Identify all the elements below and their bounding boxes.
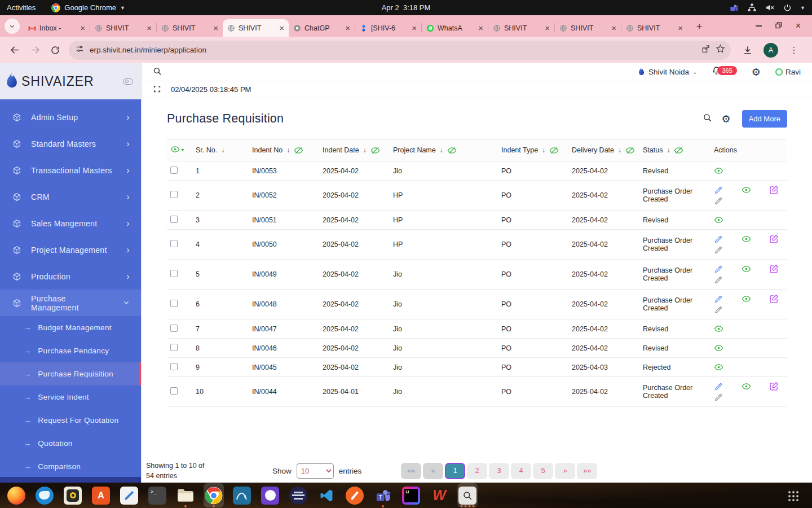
sidebar-item[interactable]: Sales Mangement › xyxy=(0,210,141,237)
notifications-button[interactable]: 365 xyxy=(712,66,736,78)
app-grid-button[interactable] xyxy=(778,483,806,508)
row-checkbox[interactable] xyxy=(170,191,178,198)
settings-gear-icon[interactable]: ⚙ xyxy=(752,67,761,77)
row-checkbox[interactable] xyxy=(170,167,178,174)
sidebar-subitem[interactable]: → Budget Management xyxy=(0,316,141,339)
dock-vscode[interactable] xyxy=(312,483,341,508)
browser-tab[interactable]: SHIVIT × xyxy=(488,19,554,37)
dock-rhythmbox[interactable] xyxy=(59,483,87,508)
eye-slash-icon[interactable] xyxy=(674,146,683,155)
close-window-icon[interactable]: × xyxy=(796,21,801,31)
focused-app-menu[interactable]: Google Chrome ▼ xyxy=(51,3,125,12)
row-checkbox[interactable] xyxy=(170,240,178,247)
sidebar-item[interactable]: Standard Masters › xyxy=(0,130,141,157)
view-eye-icon[interactable] xyxy=(742,294,752,304)
pagination-button[interactable]: » xyxy=(555,463,575,479)
view-eye-icon[interactable] xyxy=(714,362,724,372)
view-eye-icon[interactable] xyxy=(714,343,724,353)
revise-pencil-icon[interactable] xyxy=(714,393,724,402)
revise-pencil-icon[interactable] xyxy=(714,246,724,255)
forward-button[interactable] xyxy=(27,42,43,59)
tab-close-icon[interactable]: × xyxy=(213,24,218,32)
table-search-icon[interactable] xyxy=(703,113,712,125)
teams-icon[interactable] xyxy=(730,3,739,12)
browser-tab[interactable]: SHIVIT × xyxy=(555,19,621,37)
tab-close-icon[interactable]: × xyxy=(611,24,616,32)
browser-tab[interactable]: ChatGP × xyxy=(289,19,355,37)
row-checkbox[interactable] xyxy=(170,216,178,223)
edit-square-icon[interactable] xyxy=(769,185,779,195)
restore-icon[interactable] xyxy=(775,21,782,30)
system-tray[interactable]: ▼ xyxy=(730,3,805,12)
browser-tab[interactable]: [SHIV-6 × xyxy=(355,19,421,37)
profile-avatar[interactable]: A xyxy=(764,43,778,58)
dock-mysql-workbench[interactable] xyxy=(228,483,256,508)
network-icon[interactable] xyxy=(747,3,757,12)
sort-icon[interactable]: ↓ xyxy=(667,146,670,154)
row-checkbox[interactable] xyxy=(170,300,178,307)
back-button[interactable] xyxy=(6,42,23,59)
edit-pencil-icon[interactable] xyxy=(714,265,724,274)
sidebar-subitem[interactable]: → Comparison xyxy=(0,455,141,477)
sort-icon[interactable]: ↓ xyxy=(363,146,367,154)
pagination-button[interactable]: 3 xyxy=(489,463,509,479)
dock-teams[interactable]: T xyxy=(369,483,397,508)
new-tab-button[interactable]: + xyxy=(692,19,707,34)
sidebar-subitem[interactable]: → Request For Quotation xyxy=(0,409,141,432)
bookmark-star-icon[interactable] xyxy=(716,44,725,56)
address-bar[interactable]: erp.shivit.net.in/minierp/application xyxy=(69,41,731,60)
view-eye-icon[interactable] xyxy=(742,264,752,274)
page-size-select[interactable]: 10 xyxy=(297,463,334,479)
tab-close-icon[interactable]: × xyxy=(478,24,483,32)
sidebar-item[interactable]: Transactional Masters › xyxy=(0,157,141,183)
pagination-button[interactable]: »» xyxy=(577,463,597,479)
tab-close-icon[interactable]: × xyxy=(80,24,85,32)
sort-icon[interactable]: ↓ xyxy=(221,146,224,154)
tab-close-icon[interactable]: × xyxy=(545,24,550,32)
dock-ubuntu-software[interactable]: A xyxy=(87,483,115,508)
view-eye-icon[interactable] xyxy=(742,185,752,195)
tab-close-icon[interactable]: × xyxy=(412,24,417,32)
row-checkbox[interactable] xyxy=(170,344,178,351)
dock-firefox[interactable] xyxy=(2,483,30,508)
pagination-button[interactable]: « xyxy=(423,463,443,479)
view-eye-icon[interactable] xyxy=(742,234,752,244)
sidebar-item[interactable]: CRM › xyxy=(0,183,141,210)
eye-slash-icon[interactable] xyxy=(294,146,303,155)
edit-pencil-icon[interactable] xyxy=(714,295,724,304)
browser-tab[interactable]: SHIVIT × xyxy=(223,19,289,37)
sidebar-subitem[interactable]: → Service Indent xyxy=(0,386,141,409)
sidebar-subitem[interactable]: → Purchase Requisition xyxy=(0,362,141,386)
dock-text-editor[interactable] xyxy=(115,483,143,508)
column-visibility-toggle[interactable] xyxy=(170,144,184,154)
power-icon[interactable] xyxy=(783,3,792,12)
minimize-icon[interactable] xyxy=(756,25,762,27)
browser-tab[interactable]: SHIVIT × xyxy=(90,19,156,37)
sort-icon[interactable]: ↓ xyxy=(618,146,621,154)
view-eye-icon[interactable] xyxy=(742,382,752,391)
dock-eclipse[interactable] xyxy=(284,483,312,508)
eye-slash-icon[interactable] xyxy=(549,146,559,155)
browser-tab[interactable]: WhatsA × xyxy=(422,19,488,37)
sort-icon[interactable]: ↓ xyxy=(286,146,290,154)
revise-pencil-icon[interactable] xyxy=(714,305,724,314)
sidebar-subitem[interactable]: → Quotation xyxy=(0,432,141,455)
pagination-button[interactable]: «« xyxy=(401,463,421,479)
view-eye-icon[interactable] xyxy=(714,324,724,334)
activities-button[interactable]: Activities xyxy=(7,3,36,12)
tab-close-icon[interactable]: × xyxy=(345,24,350,32)
revise-pencil-icon[interactable] xyxy=(714,275,724,284)
tab-search-button[interactable] xyxy=(5,19,20,34)
tab-close-icon[interactable]: × xyxy=(678,24,683,32)
dock-github-desktop[interactable] xyxy=(256,483,284,508)
url-text[interactable]: erp.shivit.net.in/minierp/application xyxy=(90,46,695,54)
company-selector[interactable]: Shivit Noida ⌄ xyxy=(638,67,697,78)
browser-tab[interactable]: SHIVIT × xyxy=(157,19,223,37)
search-icon[interactable] xyxy=(153,67,162,78)
edit-pencil-icon[interactable] xyxy=(714,186,724,195)
pagination-button[interactable]: 4 xyxy=(511,463,531,479)
site-settings-icon[interactable] xyxy=(76,45,84,55)
row-checkbox[interactable] xyxy=(170,270,178,277)
pagination-button[interactable]: 5 xyxy=(533,463,553,479)
download-icon[interactable] xyxy=(739,42,756,59)
